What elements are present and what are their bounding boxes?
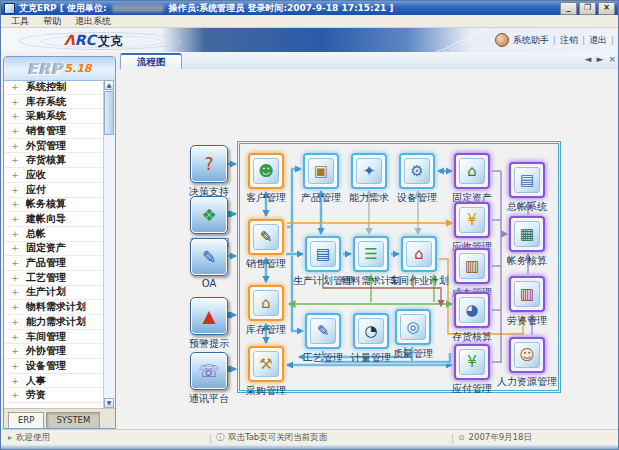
sidebar-item-5[interactable]: +存货核算 <box>4 153 104 168</box>
sidebar-item-4[interactable]: +外贸管理 <box>4 139 104 154</box>
expand-plus-icon[interactable]: + <box>4 97 26 107</box>
sidebar-item-17[interactable]: +车间管理 <box>4 330 104 345</box>
sidebar-item-8[interactable]: +帐务核算 <box>4 198 104 213</box>
expand-plus-icon[interactable]: + <box>4 82 26 92</box>
minimize-button[interactable]: _ <box>560 2 577 15</box>
flow-node-sales-mgmt[interactable]: ✎ <box>248 219 284 255</box>
inventory-mgmt-icon: ⌂ <box>253 290 279 316</box>
link-system-assistant[interactable]: 系统助手 <box>513 34 549 47</box>
flow-node-cost-mgmt[interactable]: ▥ <box>454 248 490 284</box>
flow-node-receivable-mgmt[interactable]: ¥ <box>454 202 490 238</box>
expand-plus-icon[interactable]: + <box>4 273 26 283</box>
sidebar-item-19[interactable]: +设备管理 <box>4 359 104 374</box>
sidebar-item-20[interactable]: +人事 <box>4 374 104 389</box>
expand-plus-icon[interactable]: + <box>4 126 26 136</box>
tab-erp[interactable]: ERP <box>8 412 44 428</box>
flow-node-decision-support[interactable]: ? <box>190 145 228 183</box>
expand-plus-icon[interactable]: + <box>4 199 26 209</box>
expand-plus-icon[interactable]: + <box>4 214 26 224</box>
sidebar-item-10[interactable]: +总帐 <box>4 227 104 242</box>
scroll-up-icon[interactable]: ▲ <box>104 80 114 90</box>
sidebar-item-7[interactable]: +应付 <box>4 183 104 198</box>
sidebar-item-2[interactable]: +采购系统 <box>4 109 104 124</box>
tab-flowchart[interactable]: 流程图 <box>120 53 182 69</box>
flow-node-base-data[interactable]: ❖ <box>190 196 228 234</box>
flow-node-purchase-mgmt[interactable]: ⚒ <box>248 346 284 382</box>
sidebar-item-3[interactable]: +销售管理 <box>4 124 104 139</box>
sidebar-item-14[interactable]: +生产计划 <box>4 286 104 301</box>
shopfloor-job-plan-icon: ⌂ <box>406 241 432 267</box>
flow-node-equipment-mgmt[interactable]: ⚙ <box>399 153 435 189</box>
expand-plus-icon[interactable]: + <box>4 229 26 239</box>
flow-node-process-mgmt[interactable]: ✎ <box>305 313 341 349</box>
flow-node-quality-mgmt[interactable]: ◎ <box>395 309 431 345</box>
material-requirement-plan-icon: ☰ <box>358 241 384 267</box>
flow-node-payable-mgmt[interactable]: ¥ <box>454 344 490 380</box>
tab-nav-prev-icon[interactable]: ◄ <box>585 54 592 64</box>
flow-node-alert-reminder[interactable]: ▲ <box>190 297 228 335</box>
sidebar-item-label: 外协管理 <box>26 344 66 358</box>
status-hint-text: 双击Tab页可关闭当前页面 <box>228 432 327 444</box>
expand-plus-icon[interactable]: + <box>4 376 26 386</box>
sidebar-item-18[interactable]: +外协管理 <box>4 344 104 359</box>
menu-exit-system[interactable]: 退出系统 <box>75 15 111 28</box>
sidebar-scrollbar[interactable]: ▲ ▼ <box>103 80 115 408</box>
flow-node-product-mgmt[interactable]: ▣ <box>303 153 339 189</box>
sidebar-item-11[interactable]: +固定资产 <box>4 242 104 257</box>
flow-node-payroll-mgmt[interactable]: ▥ <box>509 276 545 312</box>
flow-node-stock-accounting[interactable]: ◕ <box>454 292 490 328</box>
sidebar-item-12[interactable]: +产品管理 <box>4 256 104 271</box>
expand-plus-icon[interactable]: + <box>4 390 26 400</box>
expand-plus-icon[interactable]: + <box>4 141 26 151</box>
scroll-down-icon[interactable]: ▼ <box>104 398 114 408</box>
link-exit[interactable]: 退出 <box>589 34 607 47</box>
sidebar-item-6[interactable]: +应收 <box>4 168 104 183</box>
flow-node-inventory-mgmt[interactable]: ⌂ <box>248 285 284 321</box>
sidebar-item-1[interactable]: +库存系统 <box>4 95 104 110</box>
flow-node-communication-platform[interactable]: ☏ <box>190 352 228 390</box>
flow-node-production-plan-mgmt[interactable]: ▤ <box>305 236 341 272</box>
expand-plus-icon[interactable]: + <box>4 332 26 342</box>
erp-logo-text: ERP <box>28 60 64 78</box>
flow-node-material-requirement-plan[interactable]: ☰ <box>353 236 389 272</box>
expand-plus-icon[interactable]: + <box>4 346 26 356</box>
expand-plus-icon[interactable]: + <box>4 111 26 121</box>
expand-plus-icon[interactable]: + <box>4 243 26 253</box>
flow-node-metering-mgmt[interactable]: ◔ <box>353 313 389 349</box>
expand-plus-icon[interactable]: + <box>4 185 26 195</box>
flow-node-customer-mgmt[interactable]: ☻ <box>248 153 284 189</box>
expand-plus-icon[interactable]: + <box>4 287 26 297</box>
flow-node-fixed-assets[interactable]: ⌂ <box>454 153 490 189</box>
restore-button[interactable]: ❐ <box>579 2 596 15</box>
flow-node-oa[interactable]: ✎ <box>190 238 228 276</box>
tab-close-icon[interactable]: × <box>608 54 616 64</box>
sidebar-item-0[interactable]: +系统控制 <box>4 80 104 95</box>
expand-plus-icon[interactable]: + <box>4 302 26 312</box>
flow-node-shopfloor-job-plan[interactable]: ⌂ <box>401 236 437 272</box>
expand-plus-icon[interactable]: + <box>4 155 26 165</box>
sidebar-item-15[interactable]: +物料需求计划 <box>4 300 104 315</box>
sidebar-item-16[interactable]: +能力需求计划 <box>4 315 104 330</box>
flow-node-hr-mgmt[interactable]: ☺ <box>509 337 545 373</box>
flow-node-general-ledger[interactable]: ▤ <box>509 162 545 198</box>
sidebar-item-label: 库存系统 <box>26 95 66 109</box>
scrollbar-thumb[interactable] <box>104 91 114 135</box>
flow-node-accounting[interactable]: ▦ <box>509 216 545 252</box>
link-logout[interactable]: 注销 <box>560 34 578 47</box>
expand-plus-icon[interactable]: + <box>4 317 26 327</box>
menu-tools[interactable]: 工具 <box>11 15 29 28</box>
expand-plus-icon[interactable]: + <box>4 170 26 180</box>
close-button[interactable]: × <box>598 2 615 15</box>
sidebar-item-label: 劳资 <box>26 388 46 402</box>
tab-nav-next-icon[interactable]: ► <box>597 54 604 64</box>
link-separator: | <box>582 35 585 45</box>
expand-plus-icon[interactable]: + <box>4 258 26 268</box>
sidebar-item-label: 存货核算 <box>26 153 66 167</box>
sidebar-item-9[interactable]: +建帐向导 <box>4 212 104 227</box>
flow-node-capacity-requirement[interactable]: ✦ <box>351 153 387 189</box>
tab-system[interactable]: SYSTEM <box>46 412 100 428</box>
expand-plus-icon[interactable]: + <box>4 361 26 371</box>
menu-help[interactable]: 帮助 <box>43 15 61 28</box>
sidebar-item-21[interactable]: +劳资 <box>4 388 104 403</box>
sidebar-item-13[interactable]: +工艺管理 <box>4 271 104 286</box>
